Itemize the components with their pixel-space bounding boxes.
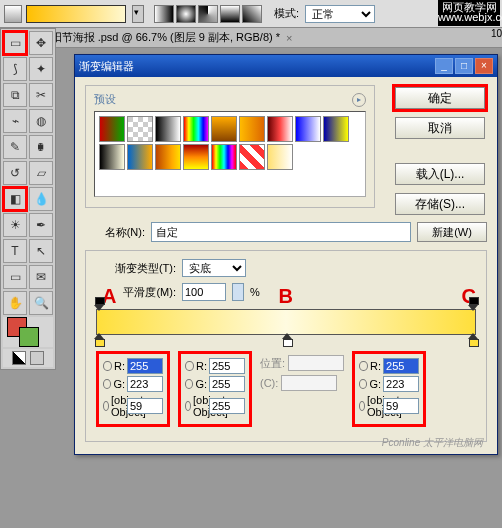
pos-input[interactable]	[288, 355, 344, 371]
smoothness-spinner[interactable]	[232, 283, 244, 301]
quickmask-icon[interactable]	[30, 351, 44, 365]
load-button[interactable]: 载入(L)...	[395, 163, 485, 185]
A-R-input[interactable]	[127, 358, 163, 374]
maximize-button[interactable]: □	[455, 58, 473, 74]
color-stop-C[interactable]	[468, 333, 478, 345]
path-select-tool[interactable]: ↖	[29, 239, 53, 263]
blur-tool[interactable]: 💧	[29, 187, 53, 211]
doc-close-icon[interactable]: ×	[286, 32, 292, 44]
wand-tool[interactable]: ✦	[29, 57, 53, 81]
A-G-input[interactable]	[127, 376, 163, 392]
preset-swatch[interactable]	[239, 144, 265, 170]
type-tool[interactable]: T	[3, 239, 27, 263]
preset-swatch[interactable]	[267, 144, 293, 170]
notes-tool[interactable]: ✉	[29, 265, 53, 289]
preset-swatch[interactable]	[127, 116, 153, 142]
blend-mode-select[interactable]: 正常	[305, 5, 375, 23]
preset-swatch[interactable]	[267, 116, 293, 142]
linear-gradient-button[interactable]	[154, 5, 174, 23]
hand-tool[interactable]: ✋	[3, 291, 27, 315]
history-brush-tool[interactable]: ↺	[3, 161, 27, 185]
preset-swatch[interactable]	[155, 144, 181, 170]
preset-swatch[interactable]	[295, 116, 321, 142]
radio-R[interactable]	[103, 361, 112, 371]
marquee-tool[interactable]: ▭	[3, 31, 27, 55]
B-B-input[interactable]	[209, 398, 245, 414]
quickmask-row	[3, 349, 53, 367]
move-tool[interactable]: ✥	[29, 31, 53, 55]
gradient-type-select[interactable]: 实底	[182, 259, 246, 277]
pen-tool[interactable]: ✒	[29, 213, 53, 237]
watermark-webjx: 网页教学网 www.webjx.com	[438, 0, 500, 26]
C-B-input[interactable]	[383, 398, 419, 414]
stamp-tool[interactable]: ⧯	[29, 135, 53, 159]
radial-gradient-button[interactable]	[176, 5, 196, 23]
preset-swatch[interactable]	[99, 144, 125, 170]
radio-G[interactable]	[359, 379, 367, 389]
radio-G[interactable]	[103, 379, 111, 389]
preset-swatch[interactable]	[155, 116, 181, 142]
radio-B[interactable]	[359, 401, 365, 411]
cancel-button[interactable]: 取消	[395, 117, 485, 139]
preset-swatch[interactable]	[323, 116, 349, 142]
opacity-stop-left[interactable]	[94, 299, 104, 311]
preset-swatch[interactable]	[183, 144, 209, 170]
C-G-input[interactable]	[383, 376, 419, 392]
dodge-tool[interactable]: ☀	[3, 213, 27, 237]
name-row: 名称(N): 新建(W)	[85, 222, 487, 242]
radio-B[interactable]	[103, 401, 109, 411]
presets-menu-icon[interactable]: ▸	[352, 93, 366, 107]
color-stop-B[interactable]	[282, 333, 292, 345]
default-colors-icon[interactable]	[12, 351, 26, 365]
gradient-tool[interactable]: ◧	[3, 187, 27, 211]
dialog-titlebar[interactable]: 渐变编辑器 _ □ ×	[75, 55, 497, 77]
B-R-input[interactable]	[209, 358, 245, 374]
gradient-picker-arrow[interactable]	[132, 5, 144, 23]
preset-swatch[interactable]	[183, 116, 209, 142]
name-input[interactable]	[151, 222, 411, 242]
close-button[interactable]: ×	[475, 58, 493, 74]
preset-swatch[interactable]	[99, 116, 125, 142]
minimize-button[interactable]: _	[435, 58, 453, 74]
gradient-editor-dialog: 渐变编辑器 _ □ × 确定 取消 载入(L)... 存储(S)... 预设 ▸	[74, 54, 498, 455]
tool-preset-icon[interactable]	[4, 5, 22, 23]
color-swatches[interactable]	[3, 317, 53, 347]
crop-tool[interactable]: ⧉	[3, 83, 27, 107]
angle-gradient-button[interactable]	[198, 5, 218, 23]
reflected-gradient-button[interactable]	[220, 5, 240, 23]
gradient-bar[interactable]	[96, 309, 476, 335]
slice-tool[interactable]: ✂	[29, 83, 53, 107]
preset-swatch[interactable]	[127, 144, 153, 170]
brush-tool[interactable]: ✎	[3, 135, 27, 159]
lasso-tool[interactable]: ⟆	[3, 57, 27, 81]
eyedropper-tool[interactable]: ⌁	[3, 109, 27, 133]
background-color[interactable]	[19, 327, 39, 347]
gradient-preview[interactable]	[26, 5, 126, 23]
preset-swatch[interactable]	[211, 144, 237, 170]
document-tab[interactable]: ps制作重阳节海报 .psd @ 66.7% (图层 9 副本, RGB/8) …	[0, 28, 502, 48]
presets-panel: 预设 ▸	[85, 85, 375, 208]
C-R-input[interactable]	[383, 358, 419, 374]
percent-label: %	[250, 286, 260, 298]
radio-G[interactable]	[185, 379, 193, 389]
radio-R[interactable]	[359, 361, 368, 371]
ok-button[interactable]: 确定	[395, 87, 485, 109]
preset-swatch[interactable]	[211, 116, 237, 142]
preset-swatch[interactable]	[239, 116, 265, 142]
A-B-input[interactable]	[127, 398, 163, 414]
B-G-input[interactable]	[209, 376, 245, 392]
c-input[interactable]	[281, 375, 337, 391]
diamond-gradient-button[interactable]	[242, 5, 262, 23]
opacity-stop-right[interactable]	[468, 299, 478, 311]
heal-tool[interactable]: ◍	[29, 109, 53, 133]
zoom-tool[interactable]: 🔍	[29, 291, 53, 315]
eraser-tool[interactable]: ▱	[29, 161, 53, 185]
preset-swatch-list[interactable]	[94, 111, 366, 197]
color-stop-A[interactable]	[94, 333, 104, 345]
smoothness-input[interactable]	[182, 283, 226, 301]
new-button[interactable]: 新建(W)	[417, 222, 487, 242]
radio-R[interactable]	[185, 361, 194, 371]
save-button[interactable]: 存储(S)...	[395, 193, 485, 215]
radio-B[interactable]	[185, 401, 191, 411]
shape-tool[interactable]: ▭	[3, 265, 27, 289]
